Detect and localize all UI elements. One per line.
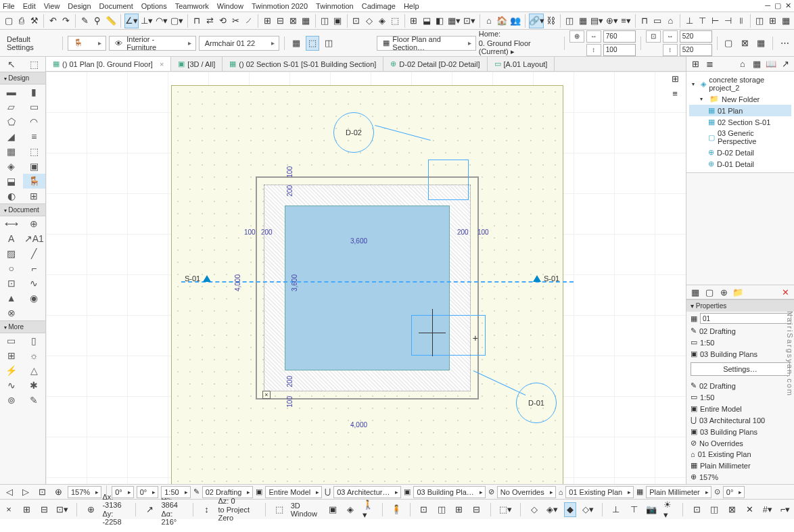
ql-zoom[interactable]: ⊕157%	[686, 471, 794, 483]
cb-cube-icon[interactable]: ▣	[327, 502, 339, 517]
roof-tool-icon[interactable]: ⬠	[0, 114, 23, 129]
ql-existing[interactable]: ⌂01 Existing Plan	[686, 449, 794, 460]
team-icon[interactable]: 👥	[509, 14, 521, 28]
cb-snap-icon[interactable]: ⊡▾	[55, 502, 69, 517]
home-icon[interactable]: ⌂	[483, 14, 494, 28]
fill-tool-icon[interactable]: ▨	[0, 246, 23, 261]
act2-icon[interactable]: ▢	[703, 286, 716, 298]
angle1[interactable]: 0°	[112, 486, 134, 498]
circle-tool-icon[interactable]: ○	[0, 261, 23, 276]
more-section-header[interactable]: More	[0, 320, 45, 333]
cb-v4-icon[interactable]: ⊟	[471, 502, 483, 517]
perp-icon[interactable]: ⊥▾	[140, 14, 154, 28]
ql-override[interactable]: ⊘No Overrides	[686, 437, 794, 449]
tab-section[interactable]: ▦() 02 Section S-01 [S-01 Building Secti…	[223, 57, 383, 71]
properties-header[interactable]: Properties	[686, 300, 794, 312]
cb-c1-icon[interactable]: ⬚▾	[498, 502, 513, 517]
nav-book-icon[interactable]: 📖	[765, 58, 777, 70]
menu-help[interactable]: Help	[404, 2, 419, 10]
x-icon[interactable]: ↔	[663, 30, 678, 43]
c8-icon[interactable]: ▦	[780, 14, 791, 28]
cb-3d-icon[interactable]: ⬚	[273, 502, 285, 517]
cb-x-icon[interactable]: ×	[3, 502, 15, 517]
anchor-icon[interactable]: ⊕	[569, 30, 584, 43]
lib-icon[interactable]: ▦	[577, 14, 588, 28]
sb-drafting[interactable]: 02 Drafting	[202, 486, 254, 498]
menu-options[interactable]: Options	[141, 2, 167, 10]
y-input[interactable]	[680, 44, 712, 56]
act1-icon[interactable]: ▦	[689, 286, 701, 298]
c2-icon[interactable]: ⊤	[697, 14, 708, 28]
sb-rot[interactable]: 0°	[723, 486, 745, 498]
marker-icon[interactable]: ✎	[79, 14, 91, 28]
m10-icon[interactable]: ✎	[23, 393, 46, 408]
cb-persp-icon[interactable]: ◈	[344, 502, 356, 517]
m5-icon[interactable]: ⚡	[0, 363, 23, 378]
drawing-canvas[interactable]: S-01 S-01 D-02 D-01 + × 3,600 4,000 4,00…	[46, 72, 686, 484]
zone-tool-icon[interactable]: ⬚	[23, 144, 46, 159]
m7-icon[interactable]: ∿	[0, 378, 23, 393]
ql-arch[interactable]: ⋃03 Architectural 100	[686, 414, 794, 426]
flip-icon[interactable]: ⇄	[204, 14, 216, 28]
t3-icon[interactable]: ⊠	[287, 14, 299, 28]
lamp-tool-icon[interactable]: ◐	[0, 189, 23, 203]
t6-icon[interactable]: ▣	[332, 14, 344, 28]
mesh-tool-icon[interactable]: ◢	[0, 129, 23, 144]
sb-arch[interactable]: 03 Architectur…	[333, 486, 401, 498]
floorplan-section-selector[interactable]: ▦ Floor Plan and Section…	[377, 36, 475, 51]
chain-icon[interactable]: ⛓	[545, 14, 557, 28]
prop-row-scale[interactable]: ▭1:50	[686, 337, 794, 348]
stair-tool-icon[interactable]: ≡	[23, 129, 46, 144]
more2-icon[interactable]: ≡▾	[620, 14, 632, 28]
cb-v3-icon[interactable]: ⊞	[453, 502, 465, 517]
rotate-icon[interactable]: ⟲	[217, 14, 229, 28]
t13-icon[interactable]: ◧	[434, 14, 446, 28]
menu-view[interactable]: View	[44, 2, 60, 10]
wall-icon[interactable]: ⊓	[639, 14, 651, 28]
t14-icon[interactable]: ▦▾	[447, 14, 461, 28]
tab-plan[interactable]: ▦() 01 Plan [0. Ground Floor]×	[46, 57, 171, 71]
element-name[interactable]: Armchair 01 22	[199, 36, 279, 51]
t12-icon[interactable]: ⬓	[421, 14, 432, 28]
tab-3d[interactable]: ▣[3D / All]	[171, 57, 223, 71]
object-tool-icon[interactable]: 🪑	[23, 174, 46, 189]
tree-folder[interactable]: ▾📁New Folder	[689, 93, 791, 105]
ql-drafting[interactable]: ✎02 Drafting	[686, 380, 794, 391]
menu-tm[interactable]: Twinmotion	[316, 2, 354, 10]
cb-g5-icon[interactable]: #▾	[762, 502, 774, 517]
cb-grid1-icon[interactable]: ⊞	[20, 502, 32, 517]
t8-icon[interactable]: ◇	[363, 14, 375, 28]
door-tool-icon[interactable]: ⬓	[0, 174, 23, 189]
cb-s4-icon[interactable]: ◇▾	[582, 502, 594, 517]
cb-g6-icon[interactable]: ⌐▾	[779, 502, 791, 517]
arc-icon[interactable]: ◠▾	[155, 14, 168, 28]
act4-icon[interactable]: 📁	[732, 286, 744, 298]
tab-detail[interactable]: ⊕D-02 Detail [D-02 Detail]	[383, 57, 487, 71]
cb-g3-icon[interactable]: ⊠	[726, 502, 739, 517]
scale-sel[interactable]: 1:50	[161, 486, 190, 498]
cb-origin-icon[interactable]: ⊕	[85, 502, 97, 517]
hotspot-tool-icon[interactable]: ∿	[23, 276, 46, 291]
ql-mm[interactable]: ▦Plain Millimeter	[686, 460, 794, 471]
c3-icon[interactable]: ⊢	[709, 14, 721, 28]
tree-root[interactable]: ▾◈concrete storage project_2	[689, 74, 791, 93]
tab-layout[interactable]: ▭[A.01 Layout]	[488, 57, 555, 71]
sb-mm[interactable]: Plain Millimeter	[646, 486, 711, 498]
t7-icon[interactable]: ⊡	[350, 14, 362, 28]
box-icon[interactable]: ▢▾	[170, 14, 184, 28]
minimize-icon[interactable]: ─	[765, 1, 770, 10]
ql-scale[interactable]: ▭1:50	[686, 391, 794, 403]
menu-file[interactable]: File	[3, 2, 15, 10]
text-tool-icon[interactable]: A	[0, 231, 23, 246]
settings-button[interactable]: Settings…	[691, 362, 790, 376]
highlight-icon[interactable]: ⚲	[92, 14, 103, 28]
slab-tool-icon[interactable]: ▱	[0, 99, 23, 114]
maximize-icon[interactable]: ▢	[774, 1, 781, 10]
measure-icon[interactable]: ⟋	[243, 14, 254, 28]
m3-icon[interactable]: ⊞	[0, 348, 23, 363]
height-input[interactable]	[603, 44, 636, 56]
curtain-tool-icon[interactable]: ▦	[0, 144, 23, 159]
figure-tool-icon[interactable]: ▲	[0, 291, 23, 306]
m4-icon[interactable]: ☼	[23, 348, 46, 363]
t11-icon[interactable]: ⊞	[408, 14, 419, 28]
